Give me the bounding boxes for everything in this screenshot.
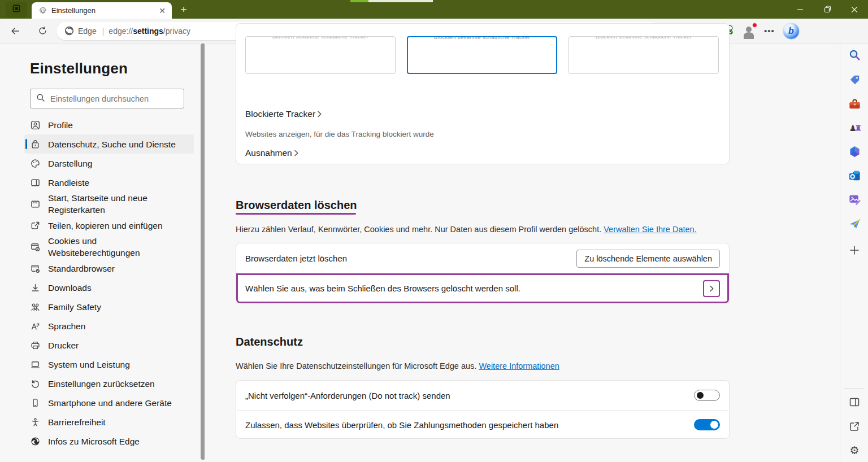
sidebar-title: Einstellungen xyxy=(30,60,128,77)
sidebar-panel-icon xyxy=(30,177,40,188)
tracking-level-clipped-text: Blockiert bekannte schädliche Tracker xyxy=(408,36,556,40)
tracking-level-options: Blockiert bekannte schädliche Tracker Bl… xyxy=(245,36,719,74)
download-icon xyxy=(30,282,40,293)
screen-edge-strip-light xyxy=(368,0,433,2)
default-browser-icon xyxy=(30,263,40,273)
back-button[interactable] xyxy=(6,23,25,40)
tracking-level-balanced-selected[interactable]: Blockiert bekannte schädliche Tracker xyxy=(407,36,557,74)
sidebar-item-infos-edge[interactable]: Infos zu Microsoft Edge xyxy=(24,432,194,451)
tracking-level-strict[interactable]: Blockiert bekannte schädliche Tracker xyxy=(568,36,719,74)
copilot-bing-icon[interactable]: b xyxy=(783,23,800,40)
tab-title: Einstellungen xyxy=(51,6,157,15)
clear-on-close-chevron-box[interactable] xyxy=(703,280,720,297)
more-info-link[interactable]: Weitere Informationen xyxy=(479,361,559,371)
payment-methods-row: Zulassen, dass Websites überprüfen, ob S… xyxy=(236,410,729,439)
search-icon xyxy=(36,93,45,104)
workspaces-icon xyxy=(12,4,21,15)
sidebar-item-label: Einstellungen zurücksetzen xyxy=(48,378,155,390)
edge-sidebar-rail: ♟♜ ⚙ xyxy=(840,43,868,462)
system-icon xyxy=(30,359,40,369)
tracking-level-clipped-text: Blockiert bekannte schädliche Tracker xyxy=(569,36,718,40)
rail-open-external-icon[interactable] xyxy=(848,420,861,433)
sidebar-outlook-icon[interactable] xyxy=(848,169,861,182)
sidebar-toolbox-icon[interactable] xyxy=(848,97,861,111)
sidebar-scrollbar[interactable] xyxy=(201,43,205,460)
browser-data-description: Hierzu zählen Verlauf, Kennwörter, Cooki… xyxy=(236,225,697,234)
sidebar-search-icon[interactable] xyxy=(848,48,861,62)
sidebar-designer-icon[interactable] xyxy=(848,193,861,206)
exceptions-row[interactable]: Ausnahmen xyxy=(236,146,729,160)
screen-edge-strip-green xyxy=(350,0,368,2)
settings-menu-icon[interactable]: ••• xyxy=(764,26,775,36)
do-not-track-label: „Nicht verfolgen“-Anforderungen (Do not … xyxy=(245,391,694,400)
sidebar-item-standardbrowser[interactable]: Standardbrowser xyxy=(24,259,194,278)
rail-divider xyxy=(844,389,865,389)
tab-close-icon[interactable]: ✕ xyxy=(157,6,167,16)
tracking-level-clipped-text: Blockiert bekannte schädliche Tracker xyxy=(246,36,395,40)
settings-sidebar: Einstellungen Profile Datenschutz, Suche… xyxy=(0,43,205,462)
chevron-right-icon xyxy=(292,149,300,157)
sidebar-item-downloads[interactable]: Downloads xyxy=(24,278,194,297)
privacy-card: „Nicht verfolgen“-Anforderungen (Do not … xyxy=(236,380,730,439)
clear-on-close-label: Wählen Sie aus, was beim Schließen des B… xyxy=(245,284,703,293)
settings-search-input[interactable] xyxy=(50,94,178,103)
sidebar-item-darstellung[interactable]: Darstellung xyxy=(24,154,194,173)
sidebar-item-teilen[interactable]: Teilen, kopieren und einfügen xyxy=(24,216,194,235)
browser-tab-einstellungen[interactable]: Einstellungen ✕ xyxy=(32,2,172,19)
edge-logo-icon xyxy=(64,26,74,36)
rail-side-panel-icon[interactable] xyxy=(848,395,861,409)
browser-data-card: Browserdaten jetzt löschen Zu löschende … xyxy=(236,243,730,303)
home-tabs-icon xyxy=(30,199,40,209)
new-tab-button[interactable]: + xyxy=(177,3,190,16)
payment-methods-toggle[interactable] xyxy=(694,419,720,430)
profile-avatar[interactable] xyxy=(741,24,756,38)
sidebar-shopping-icon[interactable] xyxy=(848,73,861,86)
sidebar-item-label: Cookies und Websiteberechtigungen xyxy=(48,235,183,259)
blocked-trackers-row[interactable]: Blockierte Tracker xyxy=(236,107,729,121)
sidebar-item-cookies[interactable]: Cookies und Websiteberechtigungen xyxy=(24,235,194,259)
accessibility-icon xyxy=(30,417,40,427)
languages-icon xyxy=(30,321,40,331)
close-button[interactable] xyxy=(841,0,868,19)
workspaces-button[interactable] xyxy=(6,2,27,18)
clear-on-close-row-highlighted[interactable]: Wählen Sie aus, was beim Schließen des B… xyxy=(236,273,729,303)
sidebar-item-randleiste[interactable]: Randleiste xyxy=(24,173,194,192)
tab-favicon-gear-icon xyxy=(38,6,46,15)
edge-logo-icon xyxy=(30,436,40,446)
sidebar-item-drucker[interactable]: Drucker xyxy=(24,335,194,355)
printer-icon xyxy=(30,340,40,350)
exceptions-label: Ausnahmen xyxy=(245,148,292,158)
sidebar-item-zuruecksetzen[interactable]: Einstellungen zurücksetzen xyxy=(24,374,194,393)
sidebar-item-barrierefreiheit[interactable]: Barrierefreiheit xyxy=(24,412,194,432)
sidebar-microsoft365-icon[interactable] xyxy=(848,145,861,158)
reset-icon xyxy=(30,378,40,389)
chevron-right-icon xyxy=(315,110,323,118)
sidebar-item-label: Drucker xyxy=(48,339,79,351)
sidebar-item-datenschutz[interactable]: Datenschutz, Suche und Dienste xyxy=(24,134,194,154)
settings-nav: Profile Datenschutz, Suche und Dienste D… xyxy=(24,115,194,451)
sidebar-item-sprachen[interactable]: Sprachen xyxy=(24,316,194,335)
sidebar-games-icon[interactable]: ♟♜ xyxy=(848,121,861,134)
manage-data-link[interactable]: Verwalten Sie Ihre Daten. xyxy=(604,225,696,234)
settings-content: Blockiert bekannte schädliche Tracker Bl… xyxy=(236,43,730,462)
sidebar-customize-plus-icon[interactable] xyxy=(848,243,861,257)
sidebar-item-system[interactable]: System und Leistung xyxy=(24,355,194,374)
sidebar-item-smartphone[interactable]: Smartphone und andere Geräte xyxy=(24,393,194,412)
choose-elements-button[interactable]: Zu löschende Elemente auswählen xyxy=(576,250,720,268)
sidebar-drop-icon[interactable] xyxy=(848,217,861,230)
settings-search-box[interactable] xyxy=(30,89,184,108)
maximize-button[interactable] xyxy=(814,0,841,19)
rail-settings-gear-icon[interactable]: ⚙ xyxy=(848,443,861,457)
sidebar-item-label: Datenschutz, Suche und Dienste xyxy=(48,138,176,150)
minimize-button[interactable] xyxy=(787,0,814,19)
tracking-level-basic[interactable]: Blockiert bekannte schädliche Tracker xyxy=(245,36,396,74)
sidebar-item-family-safety[interactable]: Family Safety xyxy=(24,297,194,316)
sidebar-item-start[interactable]: Start, Startseite und neue Registerkarte… xyxy=(24,192,194,216)
site-info-badge[interactable]: Edge xyxy=(64,26,97,36)
title-bar: Einstellungen ✕ + xyxy=(0,0,868,19)
refresh-button[interactable] xyxy=(33,23,52,40)
sidebar-item-profile[interactable]: Profile xyxy=(24,115,194,134)
blocked-trackers-desc-row: Websites anzeigen, für die das Tracking … xyxy=(236,129,729,139)
sidebar-item-label: Teilen, kopieren und einfügen xyxy=(48,220,163,232)
do-not-track-toggle[interactable] xyxy=(694,390,720,401)
